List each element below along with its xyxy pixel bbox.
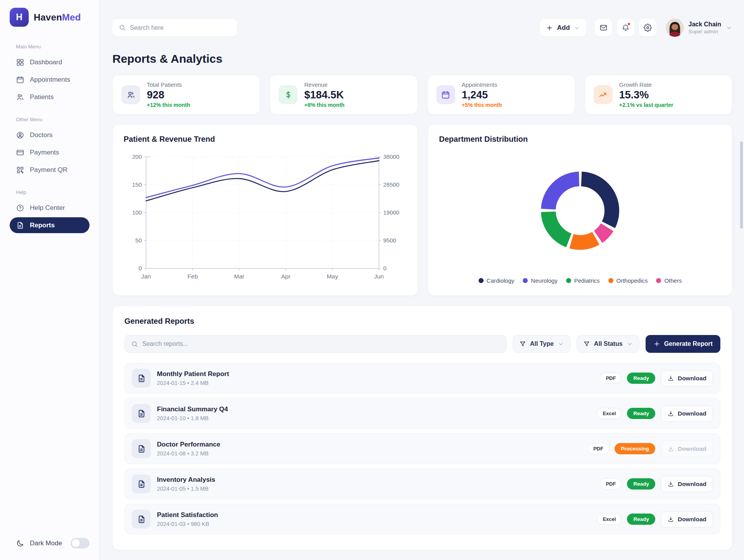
- svg-text:19000: 19000: [383, 209, 400, 216]
- stats-row: Total Patients 928 +12% this month Reven…: [112, 75, 732, 115]
- sidebar-item-icon: [16, 148, 24, 157]
- reports-search[interactable]: [124, 335, 506, 353]
- topbar-icon-button[interactable]: [639, 19, 656, 36]
- stat-delta: +2.1% vs last quarter: [619, 102, 673, 108]
- download-icon: [667, 481, 674, 488]
- legend-label: Pediatrics: [574, 277, 600, 284]
- report-row: Monthly Patient Report 2024-01-15 • 2.4 …: [124, 363, 720, 393]
- filter-dropdown[interactable]: All Status: [577, 335, 639, 353]
- sidebar-item-label: Payment QR: [30, 166, 67, 174]
- topbar-icon-button[interactable]: [617, 19, 634, 36]
- svg-text:Jan: Jan: [141, 273, 151, 280]
- svg-text:150: 150: [132, 181, 142, 188]
- chevron-down-icon: [574, 24, 580, 31]
- scrollbar-thumb[interactable]: [740, 141, 743, 228]
- sidebar-item[interactable]: Patients: [10, 89, 90, 105]
- report-name: Financial Summary Q4: [157, 405, 228, 413]
- stat-delta: +8% this month: [304, 102, 344, 108]
- global-search-input[interactable]: [130, 24, 231, 31]
- format-badge: PDF: [600, 478, 622, 490]
- sidebar-item[interactable]: Doctors: [10, 127, 90, 143]
- report-name: Doctor Performance: [157, 441, 220, 448]
- sidebar-item[interactable]: Dashboard: [10, 54, 90, 70]
- global-search[interactable]: [112, 19, 237, 36]
- status-badge: Ready: [627, 514, 655, 525]
- stat-label: Revenue: [304, 81, 344, 88]
- format-badge: PDF: [600, 373, 622, 384]
- add-button[interactable]: Add: [540, 19, 586, 36]
- svg-text:100: 100: [132, 209, 142, 216]
- svg-text:200: 200: [132, 153, 142, 160]
- generated-reports-card: Generated Reports All Type: [112, 306, 732, 550]
- svg-text:9500: 9500: [383, 237, 396, 244]
- brand-logo: H: [10, 8, 29, 27]
- user-name: Jack Chain: [689, 21, 721, 28]
- svg-text:28500: 28500: [383, 181, 400, 188]
- search-icon: [131, 340, 138, 348]
- stat-icon: [436, 85, 455, 104]
- topbar: Add: [112, 19, 732, 37]
- avatar: [666, 19, 684, 37]
- svg-text:May: May: [327, 273, 338, 280]
- report-meta: 2024-01-15 • 2.4 MB: [157, 380, 229, 386]
- sidebar-item[interactable]: Help Center: [10, 200, 90, 216]
- user-menu[interactable]: Jack Chain Super admin: [666, 19, 732, 37]
- legend-dot: [656, 278, 661, 283]
- download-button[interactable]: Download: [661, 405, 713, 422]
- sidebar-item-icon: [16, 221, 24, 230]
- sidebar-item-icon: [16, 58, 24, 67]
- svg-text:0: 0: [383, 265, 386, 271]
- report-row: Doctor Performance 2024-01-08 • 3.2 MB P…: [124, 433, 720, 464]
- legend-dot: [479, 278, 484, 283]
- filter-label: All Status: [594, 340, 623, 347]
- sidebar-item[interactable]: Appointments: [10, 72, 90, 88]
- distribution-card: Department Distribution Cardiology: [428, 124, 732, 296]
- filter-dropdown[interactable]: All Type: [513, 335, 570, 353]
- download-button[interactable]: Download: [661, 476, 713, 492]
- plus-icon: [546, 24, 553, 31]
- stat-body: Appointments 1,245 +5% this month: [462, 81, 502, 108]
- action-icon: [644, 24, 652, 32]
- nav-section-label: Main Menu: [16, 44, 90, 50]
- stat-card: Revenue $184.5K +8% this month: [270, 75, 417, 115]
- report-meta: 2024-01-10 • 1.8 MB: [157, 415, 228, 421]
- legend-item: Pediatrics: [566, 277, 600, 284]
- reports-search-input[interactable]: [142, 340, 500, 347]
- legend-label: Cardiology: [487, 277, 515, 284]
- status-badge: Ready: [627, 408, 655, 419]
- file-icon: [132, 510, 151, 529]
- topbar-icon-button[interactable]: [595, 19, 612, 36]
- app-root: H HavenMed Main Menu Dashboard Appointme…: [0, 0, 744, 560]
- report-row: Financial Summary Q4 2024-01-10 • 1.8 MB…: [124, 398, 720, 429]
- sidebar-item[interactable]: Payments: [10, 144, 90, 160]
- download-icon: [667, 375, 674, 382]
- sidebar-item[interactable]: Reports: [10, 217, 90, 233]
- sidebar-item[interactable]: Payment QR: [10, 162, 90, 178]
- legend-label: Orthopedics: [617, 277, 648, 284]
- sidebar-item-label: Patients: [30, 93, 53, 101]
- svg-text:38000: 38000: [383, 153, 400, 160]
- sidebar-item-icon: [16, 76, 24, 84]
- generated-reports-title: Generated Reports: [124, 317, 720, 326]
- download-button[interactable]: Download: [661, 511, 713, 527]
- download-button[interactable]: Download: [661, 370, 713, 387]
- nav-help-list: Help Center Reports: [10, 200, 90, 233]
- charts-row: Patient & Revenue Trend 0501001502000950…: [112, 124, 732, 296]
- report-row: Inventory Analysis 2024-01-05 • 1.5 MB P…: [124, 469, 720, 499]
- stat-body: Revenue $184.5K +8% this month: [304, 81, 344, 108]
- download-button[interactable]: Download: [661, 441, 713, 457]
- generate-report-button[interactable]: Generate Report: [646, 335, 720, 353]
- report-name: Monthly Patient Report: [157, 370, 229, 378]
- trend-chart-card: Patient & Revenue Trend 0501001502000950…: [112, 124, 418, 296]
- download-label: Download: [678, 516, 706, 523]
- stat-label: Total Patients: [147, 81, 190, 88]
- notification-badge: [627, 22, 631, 26]
- stat-card: Total Patients 928 +12% this month: [112, 75, 260, 115]
- dark-mode-toggle[interactable]: [71, 538, 90, 548]
- sidebar-item-label: Payments: [30, 149, 59, 156]
- report-meta: 2024-01-05 • 1.5 MB: [157, 486, 215, 492]
- stat-label: Growth Rate: [619, 81, 673, 88]
- legend-dot: [566, 278, 571, 283]
- download-icon: [667, 410, 674, 417]
- donut-legend: Cardiology Neurology Pediatrics: [439, 277, 721, 284]
